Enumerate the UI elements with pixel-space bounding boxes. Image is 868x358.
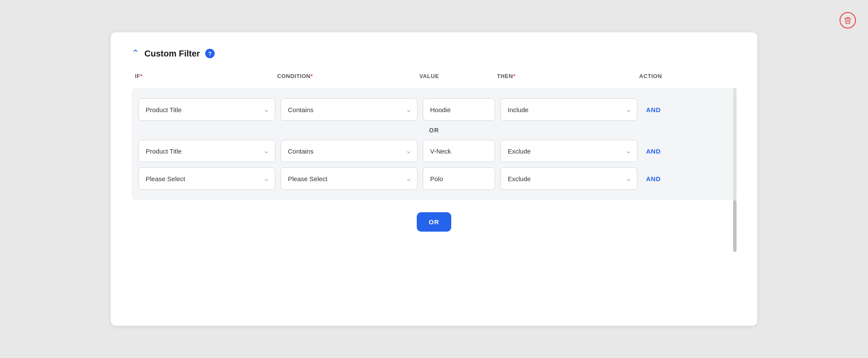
action-column-header: ACTION (639, 73, 691, 79)
and-button-row1[interactable]: AND (646, 106, 661, 113)
delete-filter-button[interactable] (840, 12, 856, 28)
and-button-row2[interactable]: AND (646, 148, 661, 155)
chevron-down-icon: ⌵ (265, 106, 268, 113)
chevron-down-icon: ⌵ (407, 148, 410, 154)
custom-filter-card: ⌃ Custom Filter ? IF* CONDITION* VALUE T… (111, 32, 757, 326)
condition-select-row3[interactable]: Please Select ⌵ (281, 167, 418, 190)
condition-column-header: CONDITION* (277, 73, 419, 79)
card-title: Custom Filter (144, 49, 200, 59)
help-icon[interactable]: ? (205, 49, 215, 58)
action-cell-row1: AND (643, 106, 694, 113)
action-cell-row3: AND (643, 175, 694, 182)
then-column-header: THEN* (497, 73, 639, 79)
card-header: ⌃ Custom Filter ? (131, 48, 737, 59)
chevron-down-icon: ⌵ (407, 175, 410, 182)
value-cell-row2 (423, 140, 500, 162)
chevron-down-icon: ⌵ (407, 106, 410, 113)
or-add-button[interactable]: OR (417, 212, 452, 232)
scrollbar-thumb[interactable] (733, 200, 737, 252)
value-cell-row3 (423, 167, 500, 190)
condition-select-row2[interactable]: Contains ⌵ (281, 140, 418, 162)
table-header: IF* CONDITION* VALUE THEN* ACTION (131, 73, 737, 85)
filter-row: Product Title ⌵ Contains ⌵ Exclude ⌵ AND (138, 140, 730, 162)
then-select-row3[interactable]: Exclude ⌵ (500, 167, 637, 190)
or-divider: OR (138, 121, 730, 140)
if-select-row1[interactable]: Product Title ⌵ (138, 98, 275, 121)
if-select-row2[interactable]: Product Title ⌵ (138, 140, 275, 162)
chevron-down-icon: ⌵ (627, 106, 630, 113)
collapse-chevron-icon[interactable]: ⌃ (131, 48, 139, 59)
chevron-down-icon: ⌵ (265, 175, 268, 182)
filter-row: Please Select ⌵ Please Select ⌵ Exclude … (138, 167, 730, 190)
filter-rows-container: Product Title ⌵ Contains ⌵ Include ⌵ AND (131, 88, 737, 200)
then-select-row2[interactable]: Exclude ⌵ (500, 140, 637, 162)
then-select-row1[interactable]: Include ⌵ (500, 98, 637, 121)
action-cell-row2: AND (643, 148, 694, 155)
and-button-row3[interactable]: AND (646, 175, 661, 182)
trash-icon (844, 16, 852, 24)
filter-row: Product Title ⌵ Contains ⌵ Include ⌵ AND (138, 98, 730, 121)
filter-rows-wrapper: Product Title ⌵ Contains ⌵ Include ⌵ AND (131, 88, 737, 200)
if-column-header: IF* (135, 73, 277, 79)
condition-select-row1[interactable]: Contains ⌵ (281, 98, 418, 121)
chevron-down-icon: ⌵ (627, 148, 630, 154)
value-cell-row1 (423, 98, 500, 121)
if-select-row3[interactable]: Please Select ⌵ (138, 167, 275, 190)
scrollbar[interactable] (733, 88, 737, 200)
value-input-row2[interactable] (423, 140, 495, 162)
value-input-row3[interactable] (423, 167, 495, 190)
value-input-row1[interactable] (423, 98, 495, 121)
chevron-down-icon: ⌵ (265, 148, 268, 154)
value-column-header: VALUE (419, 73, 497, 79)
chevron-down-icon: ⌵ (627, 175, 630, 182)
